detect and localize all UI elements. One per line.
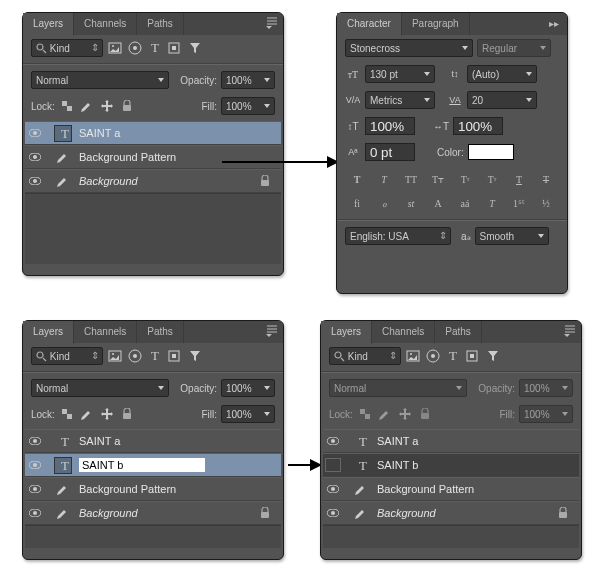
lock-trans-icon[interactable] [59,406,75,422]
lock-paint-icon[interactable] [79,406,95,422]
ot-liga-button[interactable]: fi [347,195,367,211]
layer-name[interactable]: SAINT a [377,435,418,447]
style-italic-button[interactable]: T [374,171,394,187]
antialias-select[interactable]: Smooth [475,227,549,245]
visibility-toggle[interactable] [323,485,343,493]
style-bold-button[interactable]: T [347,171,367,187]
style-underline-button[interactable]: T [509,171,529,187]
layer-name-editing[interactable]: SAINT b [79,458,205,472]
panel-menu-icon[interactable] [563,324,577,338]
layer-row[interactable]: Background Pattern [25,477,281,501]
visibility-toggle[interactable] [323,458,343,472]
visibility-toggle[interactable] [25,437,45,445]
filter-type-icon[interactable]: T [147,348,163,364]
lock-move-icon[interactable] [99,98,115,114]
kerning-select[interactable]: Metrics [365,91,435,109]
tab-paths[interactable]: Paths [137,321,184,343]
filter-adjust-icon[interactable] [425,348,441,364]
filter-kind-select[interactable]: Kind [31,347,103,365]
layer-row[interactable]: SAINT b [323,453,579,477]
tab-paths[interactable]: Paths [137,13,184,35]
lock-all-icon[interactable] [119,98,135,114]
ot-fractions-button[interactable]: ½ [536,195,556,211]
lock-move-icon[interactable] [99,406,115,422]
lock-trans-icon[interactable] [357,406,373,422]
lock-trans-icon[interactable] [59,98,75,114]
blend-mode-select[interactable]: Normal [329,379,467,397]
layer-row[interactable]: Background Pattern [323,477,579,501]
layer-row[interactable]: SAINT a [25,429,281,453]
filter-smart-icon[interactable] [187,40,203,56]
tab-layers[interactable]: Layers [321,321,372,344]
filter-pixel-icon[interactable] [107,40,123,56]
visibility-toggle[interactable] [25,177,45,185]
style-sub-button[interactable]: Tт [482,171,502,187]
layer-row[interactable]: SAINT b [25,453,281,477]
layer-row[interactable]: Background [323,501,579,525]
layer-name[interactable]: Background [79,175,138,187]
lock-paint-icon[interactable] [377,406,393,422]
filter-kind-select[interactable]: Kind [329,347,401,365]
color-swatch[interactable] [468,144,514,160]
fill-select[interactable]: 100% [519,405,573,423]
layer-name[interactable]: Background Pattern [377,483,474,495]
style-super-button[interactable]: Tт [455,171,475,187]
ot-titling-button[interactable]: aá [455,195,475,211]
lock-paint-icon[interactable] [79,98,95,114]
layer-row[interactable]: SAINT a [25,121,281,145]
filter-adjust-icon[interactable] [127,348,143,364]
panel-menu-icon[interactable]: ▸▸ [549,16,563,30]
filter-smart-icon[interactable] [187,348,203,364]
fill-select[interactable]: 100% [221,405,275,423]
layer-row[interactable]: Background [25,501,281,525]
panel-menu-icon[interactable] [265,16,279,30]
panel-menu-icon[interactable] [265,324,279,338]
filter-shape-icon[interactable] [167,348,183,364]
ot-discliga-button[interactable]: st [401,195,421,211]
tab-channels[interactable]: Channels [74,321,137,343]
layer-name[interactable]: Background Pattern [79,151,176,163]
opacity-select[interactable]: 100% [519,379,573,397]
visibility-toggle[interactable] [25,485,45,493]
vscale-field[interactable] [365,117,415,135]
lock-all-icon[interactable] [417,406,433,422]
visibility-toggle[interactable] [323,437,343,445]
layer-row[interactable]: SAINT a [323,429,579,453]
ot-alt-button[interactable]: A [428,195,448,211]
tab-paragraph[interactable]: Paragraph [402,13,470,35]
tab-channels[interactable]: Channels [372,321,435,343]
style-smallcaps-button[interactable]: Tᴛ [428,171,448,187]
language-select[interactable]: English: USA [345,227,451,245]
visibility-toggle[interactable] [25,509,45,517]
font-family-select[interactable]: Stonecross [345,39,473,57]
layer-name[interactable]: SAINT a [79,435,120,447]
tracking-select[interactable]: 20 [467,91,537,109]
filter-type-icon[interactable]: T [147,40,163,56]
layer-name[interactable]: SAINT b [377,459,418,471]
filter-kind-select[interactable]: Kind [31,39,103,57]
style-strike-button[interactable]: T [536,171,556,187]
leading-select[interactable]: (Auto) [467,65,537,83]
hidden-checkbox-icon[interactable] [325,458,341,472]
filter-pixel-icon[interactable] [107,348,123,364]
visibility-toggle[interactable] [25,129,45,137]
layer-name[interactable]: SAINT a [79,127,120,139]
filter-smart-icon[interactable] [485,348,501,364]
opacity-select[interactable]: 100% [221,71,275,89]
ot-stylistic-button[interactable]: T [482,195,502,211]
blend-mode-select[interactable]: Normal [31,71,169,89]
filter-pixel-icon[interactable] [405,348,421,364]
lock-move-icon[interactable] [397,406,413,422]
opacity-select[interactable]: 100% [221,379,275,397]
tab-layers[interactable]: Layers [23,13,74,36]
visibility-toggle[interactable] [25,153,45,161]
style-caps-button[interactable]: TT [401,171,421,187]
filter-shape-icon[interactable] [167,40,183,56]
visibility-toggle[interactable] [25,461,45,469]
baseline-field[interactable] [365,143,415,161]
layer-name[interactable]: Background [79,507,138,519]
filter-type-icon[interactable]: T [445,348,461,364]
font-style-select[interactable]: Regular [477,39,551,57]
tab-paths[interactable]: Paths [435,321,482,343]
fill-select[interactable]: 100% [221,97,275,115]
